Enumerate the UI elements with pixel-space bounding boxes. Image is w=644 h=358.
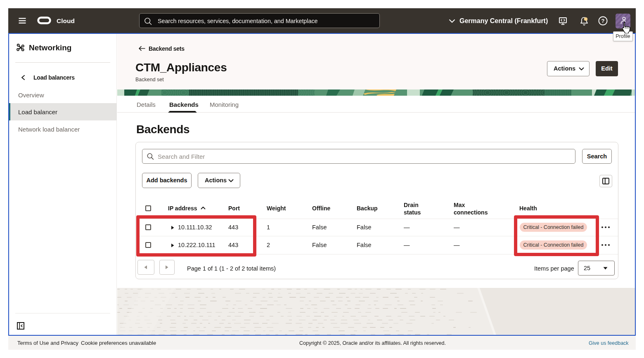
svg-text:?: ? bbox=[601, 18, 605, 24]
